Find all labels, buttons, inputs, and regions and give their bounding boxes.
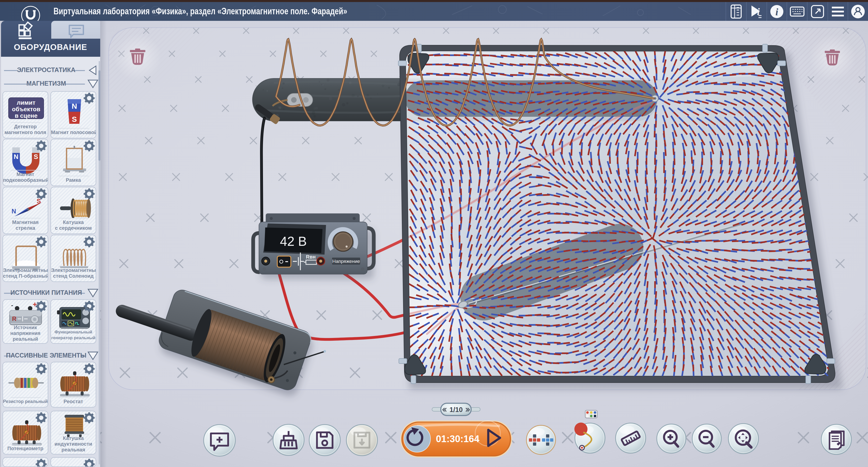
svg-text:S: S — [72, 115, 77, 123]
svg-text:N: N — [71, 102, 77, 110]
svg-text:лимит: лимит — [17, 99, 36, 106]
svg-text:Rвн: Rвн — [306, 254, 316, 259]
svg-text:объектов: объектов — [12, 106, 40, 113]
svg-text:ОБОРУДОВАНИЕ: ОБОРУДОВАНИЕ — [14, 42, 87, 52]
svg-text:1/10: 1/10 — [450, 406, 463, 413]
svg-text:S: S — [34, 153, 38, 160]
svg-text:в сцене: в сцене — [15, 112, 38, 119]
svg-text:42 В: 42 В — [280, 234, 307, 249]
svg-text:01:30:164: 01:30:164 — [436, 434, 479, 444]
svg-text:N: N — [11, 208, 16, 215]
svg-text:-: - — [11, 301, 13, 309]
svg-text:Напряжение: Напряжение — [332, 259, 360, 264]
svg-text:R: R — [12, 315, 16, 322]
svg-text:N: N — [14, 153, 19, 160]
svg-text:i: i — [775, 6, 778, 18]
